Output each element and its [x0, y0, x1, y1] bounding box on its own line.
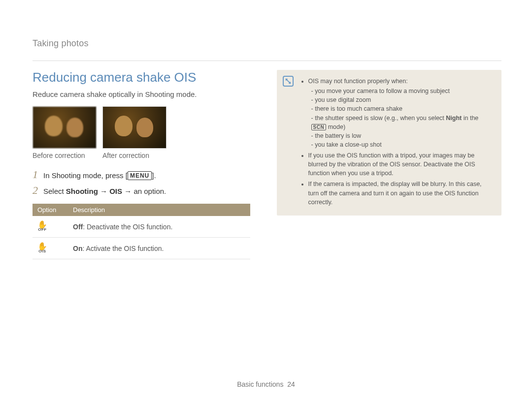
- step-number: 1: [33, 168, 43, 181]
- table-row: ✋OIS On: Activate the OIS function.: [33, 238, 250, 259]
- col-description: Description: [68, 204, 250, 216]
- right-column: OIS may not function properly when: you …: [277, 70, 501, 259]
- col-option: Option: [33, 204, 68, 216]
- note-subitem: the shutter speed is slow (e.g., when yo…: [311, 114, 494, 131]
- image-before-correction: [33, 106, 97, 149]
- option-desc: On: Activate the OIS function.: [68, 238, 250, 259]
- note-item: OIS may not function properly when: you …: [308, 77, 494, 149]
- note-item: If you use the OIS function with a tripo…: [308, 151, 494, 178]
- note-subitem: you move your camera to follow a moving …: [311, 87, 494, 95]
- footer-section: Basic functions: [237, 380, 283, 388]
- note-subitem: there is too much camera shake: [311, 104, 494, 113]
- table-row: ✋OFF Off: Deactivate the OIS function.: [33, 216, 250, 238]
- step-number: 2: [33, 184, 43, 197]
- note-subitem: the battery is low: [311, 131, 494, 140]
- page-number: 24: [287, 380, 295, 388]
- caption-before: Before correction: [33, 152, 97, 159]
- option-desc: Off: Deactivate the OIS function.: [68, 216, 250, 238]
- options-table: Option Description ✋OFF Off: Deactivate …: [33, 204, 250, 259]
- ois-off-icon: ✋OFF: [37, 221, 47, 232]
- caption-after: After correction: [102, 152, 166, 159]
- step-text: Select Shooting → OIS → an option.: [43, 187, 166, 195]
- note-item: If the camera is impacted, the display w…: [308, 180, 494, 206]
- section-heading: Reducing camera shake OIS: [33, 70, 250, 85]
- note-subitem: you use digital zoom: [311, 95, 494, 104]
- image-captions: Before correction After correction: [33, 152, 250, 159]
- breadcrumb: Taking photos: [33, 38, 501, 49]
- left-column: Reducing camera shake OIS Reduce camera …: [33, 70, 250, 259]
- scn-key-icon: SCN: [311, 124, 327, 130]
- step-1: 1 In Shooting mode, press [MENU].: [33, 168, 250, 181]
- note-icon: [283, 76, 294, 87]
- divider: [33, 61, 501, 61]
- option-icon-cell: ✋OFF: [33, 216, 68, 238]
- example-images: [33, 106, 250, 149]
- menu-key-icon: MENU: [128, 171, 152, 180]
- image-after-correction: [102, 106, 166, 149]
- instruction-steps: 1 In Shooting mode, press [MENU]. 2 Sele…: [33, 168, 250, 197]
- note-subitem: you take a close-up shot: [311, 140, 494, 149]
- option-icon-cell: ✋OIS: [33, 238, 68, 259]
- content-columns: Reducing camera shake OIS Reduce camera …: [33, 70, 501, 259]
- ois-on-icon: ✋OIS: [37, 243, 47, 253]
- intro-text: Reduce camera shake optically in Shootin…: [33, 90, 250, 98]
- manual-page: Taking photos Reducing camera shake OIS …: [0, 0, 532, 401]
- page-footer: Basic functions 24: [0, 380, 532, 388]
- note-box: OIS may not function properly when: you …: [277, 70, 501, 216]
- step-2: 2 Select Shooting → OIS → an option.: [33, 184, 250, 197]
- step-text: In Shooting mode, press [MENU].: [43, 171, 156, 180]
